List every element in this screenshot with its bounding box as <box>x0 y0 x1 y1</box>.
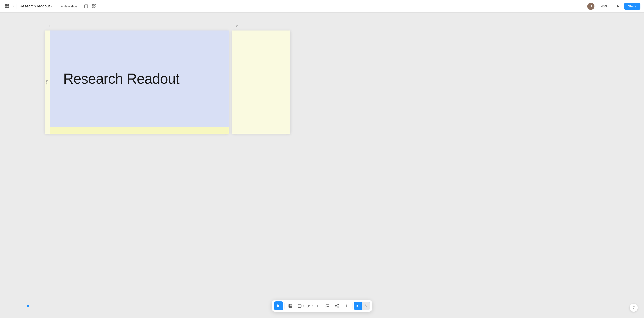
zoom-value: 43% <box>601 4 608 8</box>
share-button[interactable]: Share <box>624 3 640 10</box>
shape-tool-button[interactable] <box>295 302 304 310</box>
text-tool-button[interactable]: T <box>314 302 323 310</box>
slide-2-container: 2 <box>232 30 290 134</box>
svg-rect-16 <box>298 304 301 308</box>
topbar-divider <box>16 4 17 9</box>
toggle-right-button[interactable] <box>362 302 370 310</box>
app-icon-chevron[interactable]: ▾ <box>12 5 14 8</box>
svg-rect-3 <box>8 6 9 8</box>
svg-line-22 <box>336 306 338 307</box>
topbar-divider-2 <box>55 4 56 9</box>
slide-1-left-strip: 7/24 <box>45 30 50 134</box>
svg-point-26 <box>366 306 366 306</box>
svg-marker-9 <box>617 5 619 8</box>
svg-rect-2 <box>5 6 7 8</box>
svg-rect-15 <box>289 304 292 308</box>
canvas-area: 1 7/24 Research Readout 2 <box>0 12 644 318</box>
select-tool-button[interactable] <box>274 302 283 310</box>
avatar-chevron: ▾ <box>595 5 597 8</box>
slide-1-number: 1 <box>49 24 50 28</box>
toolbar-divider-2 <box>352 303 352 308</box>
svg-marker-10 <box>278 304 280 308</box>
toggle-left-button[interactable] <box>354 302 362 310</box>
svg-rect-1 <box>8 4 9 6</box>
play-button[interactable] <box>614 3 621 10</box>
avatar-area[interactable]: U ▾ <box>587 3 597 10</box>
chat-tool-button[interactable] <box>323 302 332 310</box>
svg-point-18 <box>336 306 336 306</box>
grid-tool-button[interactable] <box>286 302 295 310</box>
add-tool-button[interactable] <box>342 302 351 310</box>
app-icon[interactable] <box>4 3 11 10</box>
zoom-control[interactable]: 43% ▾ <box>600 4 612 9</box>
svg-text:T: T <box>317 304 319 308</box>
slide-2[interactable] <box>232 30 290 134</box>
avatar: U <box>587 3 594 10</box>
svg-rect-7 <box>92 7 94 8</box>
svg-rect-6 <box>95 4 96 6</box>
slide-1-main: Research Readout <box>50 30 229 134</box>
single-view-button[interactable] <box>82 3 90 10</box>
svg-rect-4 <box>84 5 88 8</box>
topbar-right: U ▾ 43% ▾ Share <box>587 3 640 10</box>
slide-1-label: 7/24 <box>46 80 49 84</box>
select-tool-group: ▾ <box>274 302 283 310</box>
slide-1-container: 1 7/24 Research Readout <box>45 30 229 134</box>
svg-rect-0 <box>5 4 7 6</box>
new-slide-button[interactable]: + New slide <box>58 3 80 10</box>
topbar-left: ▾ Research readout ▾ + New slide <box>4 3 98 10</box>
help-button[interactable]: ? <box>630 304 638 312</box>
slide-2-left-strip <box>232 30 237 134</box>
slide-2-number: 2 <box>236 24 238 28</box>
pen-tool-button[interactable] <box>304 302 314 310</box>
svg-point-19 <box>338 304 338 305</box>
slide-1[interactable]: 7/24 Research Readout <box>45 30 229 134</box>
svg-rect-5 <box>92 4 94 6</box>
pen-tool-group: ▾ <box>304 302 313 310</box>
toggle-group <box>354 302 370 310</box>
slide-2-main <box>237 30 290 134</box>
shape-tool-group: ▾ <box>295 302 304 310</box>
presentation-title: Research readout <box>20 4 50 8</box>
zoom-chevron: ▾ <box>608 5 610 8</box>
topbar: ▾ Research readout ▾ + New slide <box>0 0 644 12</box>
view-buttons <box>82 3 98 10</box>
slide-1-bottom-strip <box>50 127 229 134</box>
grid-view-button[interactable] <box>90 3 98 10</box>
svg-rect-8 <box>95 7 96 8</box>
slide-1-title: Research Readout <box>63 71 180 86</box>
nodes-tool-button[interactable] <box>332 302 342 310</box>
svg-line-21 <box>336 305 338 306</box>
title-chevron: ▾ <box>51 5 52 8</box>
dot-indicator <box>27 305 29 307</box>
svg-point-20 <box>338 306 338 308</box>
bottom-toolbar: ▾ ▾ ▾ T <box>272 300 372 312</box>
toolbar-divider-1 <box>284 303 284 308</box>
slide-1-content: Research Readout <box>50 30 229 127</box>
title-area[interactable]: Research readout ▾ <box>20 4 52 8</box>
